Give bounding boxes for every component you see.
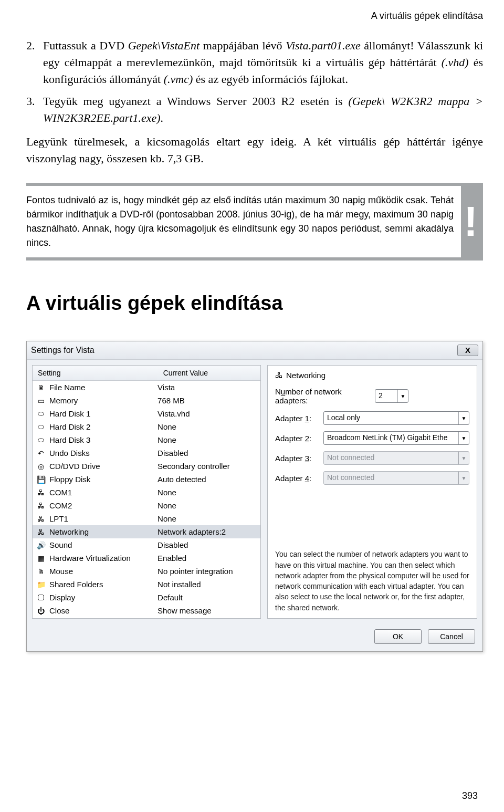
setting-value: Enabled — [158, 554, 257, 563]
settings-row[interactable]: ⬭Hard Disk 3None — [33, 433, 260, 446]
settings-row[interactable]: ⬭Hard Disk 1Vista.vhd — [33, 407, 260, 420]
settings-row[interactable]: 🖧NetworkingNetwork adapters:2 — [33, 525, 260, 538]
settings-row[interactable]: 🗎File NameVista — [33, 381, 260, 394]
settings-list[interactable]: Setting Current Value 🗎File NameVista▭Me… — [32, 365, 261, 619]
text-run: és az egyéb információs fájlokat. — [193, 72, 348, 86]
setting-value: Disabled — [158, 449, 257, 457]
dialog-title-text: Settings for Vista — [31, 346, 94, 355]
setting-value: None — [158, 501, 257, 510]
setting-value: Vista.vhd — [158, 409, 257, 418]
memory-icon: ▭ — [36, 397, 46, 405]
num-adapters-combo[interactable]: 2 ▼ — [375, 389, 408, 403]
setting-value: Default — [158, 593, 257, 602]
settings-row[interactable]: 💾Floppy DiskAuto detected — [33, 473, 260, 486]
ext-text: (.vmc) — [164, 72, 193, 86]
ordered-list-item-3: 3. Tegyük meg ugyanezt a Windows Server … — [26, 93, 483, 127]
settings-row[interactable]: ▭Memory768 MB — [33, 394, 260, 407]
network-icon: 🖧 — [36, 528, 46, 536]
setting-name: Hard Disk 2 — [49, 422, 90, 431]
setting-name: Hardware Virtualization — [49, 554, 131, 563]
settings-row[interactable]: ⏻CloseShow message — [33, 604, 260, 617]
section-heading: A virtuális gépek elindítása — [26, 292, 483, 315]
setting-value: No pointer integration — [158, 567, 257, 576]
ok-button[interactable]: OK — [374, 629, 422, 644]
details-panel: 🖧 Networking Number of network adapters:… — [267, 365, 477, 619]
setting-name: File Name — [49, 383, 85, 392]
setting-name: Sound — [49, 540, 72, 549]
ordered-list-item-2: 2. Futtassuk a DVD Gepek\VistaEnt mappáj… — [26, 37, 483, 88]
file-text: Vista.part01.exe — [286, 39, 361, 52]
setting-name: Networking — [49, 527, 89, 536]
close-button[interactable]: X — [457, 345, 478, 356]
adapter-label: Adapter 3: — [275, 454, 323, 463]
setting-name: COM2 — [49, 501, 72, 510]
text-run: Tegyük meg ugyanezt a Windows Server 200… — [43, 95, 349, 108]
adapter-combo: Not connected▼ — [323, 451, 469, 465]
com-icon: 🖧 — [36, 502, 46, 510]
note-callout: Fontos tudnivaló az is, hogy mindkét gép… — [26, 183, 483, 261]
adapter-label: Adapter 4: — [275, 474, 323, 483]
combo-value: Not connected — [327, 473, 374, 482]
cancel-button[interactable]: Cancel — [428, 629, 475, 644]
settings-row[interactable]: 📁Shared FoldersNot installed — [33, 578, 260, 591]
settings-row[interactable]: ⬭Hard Disk 2None — [33, 420, 260, 433]
ext-text: (.vhd) — [442, 56, 469, 69]
text-run: mappájában lévő — [200, 39, 286, 52]
list-number: 2. — [26, 37, 43, 88]
cd-icon: ◎ — [36, 462, 46, 471]
setting-name: COM1 — [49, 488, 72, 497]
setting-name: Floppy Disk — [49, 475, 90, 484]
page-number: 393 — [462, 790, 478, 801]
setting-name: Undo Disks — [49, 449, 90, 457]
combo-value: Local only — [327, 413, 360, 422]
text-run: N — [275, 387, 281, 396]
setting-name: Mouse — [49, 567, 73, 576]
dialog-titlebar: Settings for Vista X — [27, 341, 482, 360]
disk-icon: ⬭ — [36, 422, 46, 431]
settings-row[interactable]: ◎CD/DVD DriveSecondary controller — [33, 460, 260, 473]
network-icon: 🖧 — [275, 371, 283, 380]
setting-value: 768 MB — [158, 396, 257, 405]
settings-row[interactable]: 🖧COM1None — [33, 486, 260, 499]
setting-name: Close — [49, 606, 69, 615]
settings-row[interactable]: ▦Hardware VirtualizationEnabled — [33, 551, 260, 565]
disk-icon: ⬭ — [36, 409, 46, 418]
text-run: . — [161, 111, 164, 124]
setting-value: Secondary controller — [158, 462, 257, 471]
sound-icon: 🔊 — [36, 541, 46, 549]
settings-row[interactable]: ↶Undo DisksDisabled — [33, 446, 260, 460]
mouse-icon: 🖱 — [36, 567, 46, 576]
chevron-down-icon: ▼ — [458, 472, 469, 484]
text-run: mber of network adapters: — [275, 387, 342, 405]
setting-value: Vista — [158, 383, 257, 392]
settings-row[interactable]: 🖧COM2None — [33, 499, 260, 512]
adapter-label: Adapter 2: — [275, 434, 323, 443]
list-body: Futtassuk a DVD Gepek\VistaEnt mappájába… — [43, 37, 483, 88]
setting-name: Display — [49, 593, 75, 602]
settings-row[interactable]: 🖵DisplayDefault — [33, 591, 260, 604]
combo-value: Not connected — [327, 453, 374, 462]
adapter-row: Adapter 4:Not connected▼ — [275, 471, 469, 485]
setting-value: Network adapters:2 — [158, 527, 257, 536]
settings-header: Setting Current Value — [33, 366, 260, 381]
lpt-icon: 🖧 — [36, 515, 46, 523]
setting-value: None — [158, 422, 257, 431]
setting-value: Auto detected — [158, 475, 257, 484]
settings-row[interactable]: 🔊SoundDisabled — [33, 538, 260, 551]
header-setting: Setting — [33, 366, 158, 380]
path-text: Gepek\VistaEnt — [128, 39, 200, 52]
num-adapters-label: Number of network adapters: — [275, 387, 375, 405]
settings-row[interactable]: 🖧LPT1None — [33, 512, 260, 525]
setting-value: Show message — [158, 606, 257, 615]
file-icon: 🗎 — [36, 383, 46, 392]
adapter-combo[interactable]: Broadcom NetLink (TM) Gigabit Ethe▼ — [323, 431, 469, 445]
chevron-down-icon: ▼ — [397, 390, 408, 402]
settings-dialog: Settings for Vista X Setting Current Val… — [26, 341, 483, 652]
chevron-down-icon: ▼ — [458, 432, 469, 444]
adapter-combo[interactable]: Local only▼ — [323, 411, 469, 425]
folder-icon: 📁 — [36, 580, 46, 589]
dialog-buttons: OK Cancel — [27, 624, 482, 651]
settings-row[interactable]: 🖱MouseNo pointer integration — [33, 565, 260, 578]
combo-value: Broadcom NetLink (TM) Gigabit Ethe — [327, 433, 448, 442]
setting-name: LPT1 — [49, 514, 68, 523]
